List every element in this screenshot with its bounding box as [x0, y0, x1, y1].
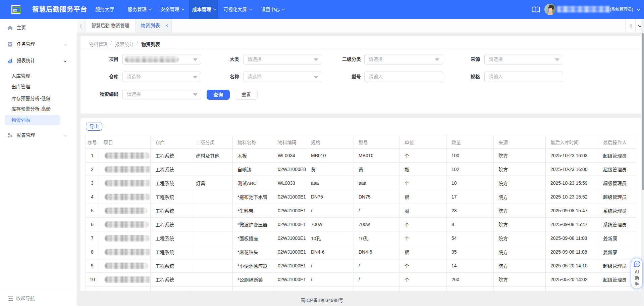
svg-text:AI: AI	[635, 262, 638, 266]
